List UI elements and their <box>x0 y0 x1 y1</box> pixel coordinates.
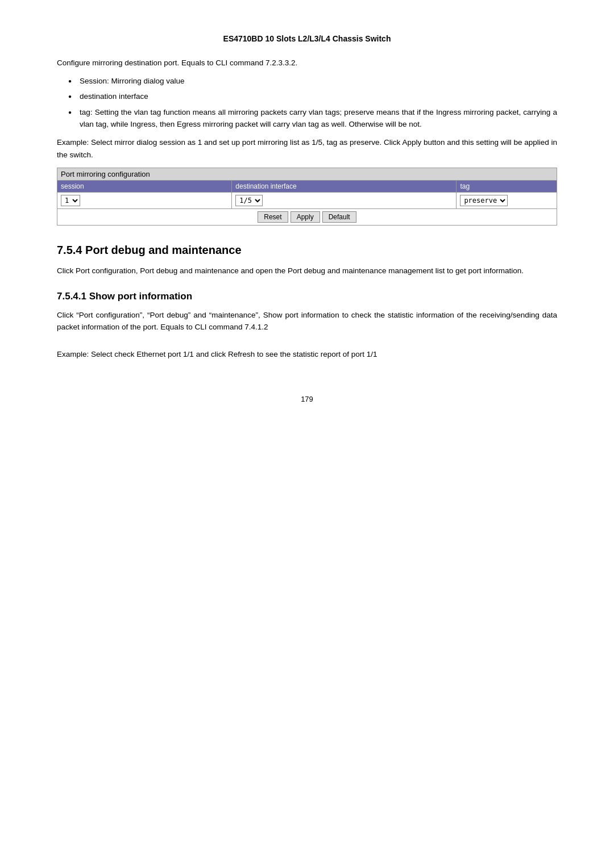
port-mirroring-table: Port mirroring configuration session des… <box>57 168 557 226</box>
bullet-list: Session: Mirroring dialog value destinat… <box>68 75 557 131</box>
header-tag: tag <box>457 181 557 192</box>
default-button[interactable]: Default <box>322 211 356 223</box>
bullet-item-3: tag: Setting the vlan tag function means… <box>68 106 557 131</box>
reset-button[interactable]: Reset <box>258 211 288 223</box>
tag-select[interactable]: preserve tag untag <box>460 195 508 206</box>
page-header: ES4710BD 10 Slots L2/L3/L4 Chassis Switc… <box>57 34 557 43</box>
section-754-heading: 7.5.4 Port debug and maintenance <box>57 244 557 257</box>
cell-session[interactable]: 1 2 3 <box>57 193 232 208</box>
destination-select[interactable]: 1/5 1/1 1/2 <box>235 195 263 206</box>
section-7541-example: Example: Select check Ethernet port 1/1 … <box>57 348 557 361</box>
session-select[interactable]: 1 2 3 <box>61 195 80 206</box>
example-text: Example: Select mirror dialog session as… <box>57 136 557 161</box>
section-7541-heading: 7.5.4.1 Show port information <box>57 291 557 302</box>
header-session: session <box>57 181 232 192</box>
table-header-row: session destination interface tag <box>57 181 557 193</box>
page-number: 179 <box>57 395 557 403</box>
table-data-row: 1 2 3 1/5 1/1 1/2 preserve tag untag <box>57 193 557 209</box>
table-buttons-row: Reset Apply Default <box>57 209 557 225</box>
header-destination: destination interface <box>232 181 457 192</box>
section-754-description: Click Port configuration, Port debug and… <box>57 265 557 277</box>
cell-destination[interactable]: 1/5 1/1 1/2 <box>232 193 457 208</box>
intro-line1: Configure mirroring destination port. Eq… <box>57 57 557 69</box>
section-7541-description: Click “Port configuration”, “Port debug”… <box>57 309 557 333</box>
cell-tag[interactable]: preserve tag untag <box>457 193 557 208</box>
bullet-item-2: destination interface <box>68 90 557 103</box>
apply-button[interactable]: Apply <box>291 211 320 223</box>
table-title: Port mirroring configuration <box>57 168 557 181</box>
bullet-item-1: Session: Mirroring dialog value <box>68 75 557 87</box>
